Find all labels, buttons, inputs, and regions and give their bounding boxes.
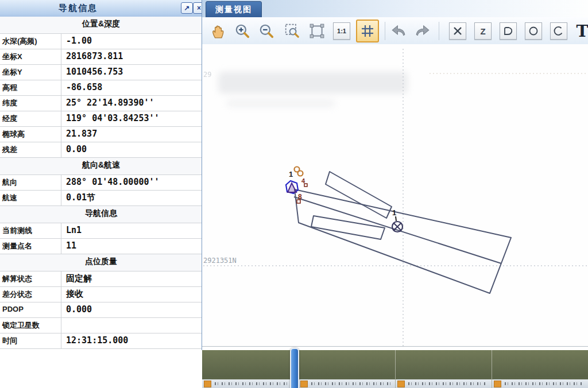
toolbar: 1:1	[202, 17, 588, 45]
row-value: Ln1	[61, 223, 202, 238]
survey-line-rect	[311, 216, 385, 239]
navigation-panel-titlebar: 导航信息 ↗ ×	[0, 0, 202, 17]
row-label: 经度	[0, 111, 61, 126]
segment-tick-marks	[408, 382, 487, 385]
row-label: 高程	[0, 80, 61, 95]
table-row: 残差0.00	[0, 142, 202, 158]
segment-marker-icon	[397, 381, 405, 387]
segment-marker-icon	[204, 381, 211, 387]
row-value: -1.00	[61, 34, 202, 49]
toolbar-separator	[385, 22, 385, 40]
table-row: PDOP0.000	[0, 302, 202, 318]
zoom-in-button[interactable]	[232, 21, 253, 41]
film-segment[interactable]	[492, 350, 588, 388]
z-label: Z	[480, 26, 485, 36]
panel-title: 导航信息	[0, 3, 156, 14]
circle-icon	[525, 22, 542, 40]
row-value	[61, 318, 202, 333]
zoom-in-icon	[234, 23, 250, 39]
timeline-scrubber[interactable]	[290, 348, 299, 388]
row-label: PDOP	[0, 302, 61, 317]
grid-button[interactable]	[356, 20, 379, 42]
segment-label-band	[299, 379, 394, 388]
table-row: 高程-86.658	[0, 80, 202, 96]
row-label: 水深(高频)	[0, 34, 61, 49]
text-tool-button[interactable]: T	[572, 21, 588, 41]
ship-point-label: 1	[289, 170, 293, 179]
nav-table: 位置&深度水深(高频)-1.00坐标X2816873.811坐标Y1010456…	[0, 17, 202, 349]
table-row: 时间12:31:15.000	[0, 333, 202, 349]
pan-button[interactable]	[208, 21, 229, 41]
section-header-row: 航向&航速	[0, 158, 202, 175]
z-tool-button[interactable]: Z	[473, 21, 493, 41]
row-value: 1010456.753	[61, 65, 202, 80]
table-row: 坐标X2816873.811	[0, 49, 202, 65]
navigation-info-panel: 导航信息 ↗ × 位置&深度水深(高频)-1.00坐标X2816873.811坐…	[0, 0, 202, 388]
row-value: 2816873.811	[61, 49, 202, 64]
tab-label: 测量视图	[215, 5, 252, 15]
select-rectangle-button[interactable]	[307, 21, 327, 41]
zoom-window-icon	[284, 23, 300, 39]
row-value: 固定解	[61, 271, 202, 286]
row-label: 时间	[0, 333, 61, 348]
one-to-one-icon: 1:1	[333, 22, 350, 40]
waypoint-tick	[396, 216, 396, 221]
row-label: 残差	[0, 142, 61, 157]
waypoint-label: 1	[392, 208, 396, 217]
circle-tool-button[interactable]	[523, 21, 544, 41]
row-value: 25° 22'14.89390''	[61, 96, 202, 111]
row-label: 航速	[0, 191, 61, 205]
section-header-row: 导航信息	[0, 206, 202, 223]
popout-icon: ↗	[184, 5, 189, 11]
table-row: 差分状态接收	[0, 287, 202, 302]
row-value: 接收	[61, 287, 202, 302]
row-value: 0.00	[61, 142, 202, 157]
table-row: 航速0.01节	[0, 191, 202, 206]
table-row: 航向288° 01'48.00000''	[0, 175, 202, 191]
survey-view-panel: 测量视图	[202, 0, 588, 388]
table-row: 经度119° 04'03.84253''	[0, 111, 202, 127]
survey-canvas-area[interactable]: 2921351N291148	[202, 44, 588, 347]
row-label: 纬度	[0, 96, 61, 111]
tab-survey-view[interactable]: 测量视图	[206, 1, 262, 18]
segment-label-band	[202, 379, 298, 388]
survey-canvas: 2921351N291148	[202, 44, 588, 346]
undo-icon	[390, 23, 407, 39]
polygon-icon	[500, 22, 517, 40]
survey-line-rect	[295, 189, 511, 293]
orange-mark	[298, 171, 303, 176]
row-label: 解算状态	[0, 271, 61, 286]
segment-tick-marks	[505, 382, 583, 385]
x-icon	[449, 22, 466, 40]
toolbar-separator	[439, 22, 439, 40]
table-row: 测量点名11	[0, 239, 202, 254]
film-segment[interactable]	[298, 350, 394, 388]
row-label: 航向	[0, 175, 61, 190]
select-rectangle-icon	[309, 23, 325, 39]
row-label: 当前测线	[0, 223, 61, 238]
undo-button[interactable]	[388, 21, 409, 41]
one-to-one-button[interactable]: 1:1	[331, 21, 352, 41]
arc-tool-button[interactable]	[548, 21, 569, 41]
red-mark: 4	[301, 177, 305, 184]
table-row: 水深(高频)-1.00	[0, 34, 202, 49]
hand-icon	[210, 23, 226, 39]
row-label: 锁定卫星数	[0, 318, 61, 333]
table-row: 当前测线Ln1	[0, 223, 202, 239]
zoom-out-button[interactable]	[256, 21, 277, 41]
popout-button[interactable]: ↗	[181, 2, 193, 14]
survey-line-rect	[326, 172, 392, 218]
zoom-window-button[interactable]	[282, 21, 303, 41]
redo-button[interactable]	[412, 21, 433, 41]
film-segment[interactable]	[395, 350, 492, 388]
table-row: 解算状态固定解	[0, 271, 202, 287]
film-segment[interactable]	[202, 350, 298, 388]
video-filmstrip[interactable]	[202, 350, 588, 388]
row-value: 11	[61, 239, 202, 254]
row-value: 0.000	[61, 302, 202, 317]
row-label: 差分状态	[0, 287, 61, 302]
faint-northing-label: 29	[203, 71, 211, 79]
delete-tool-button[interactable]	[447, 21, 468, 41]
grid-icon	[360, 24, 375, 38]
polygon-tool-button[interactable]	[498, 21, 519, 41]
